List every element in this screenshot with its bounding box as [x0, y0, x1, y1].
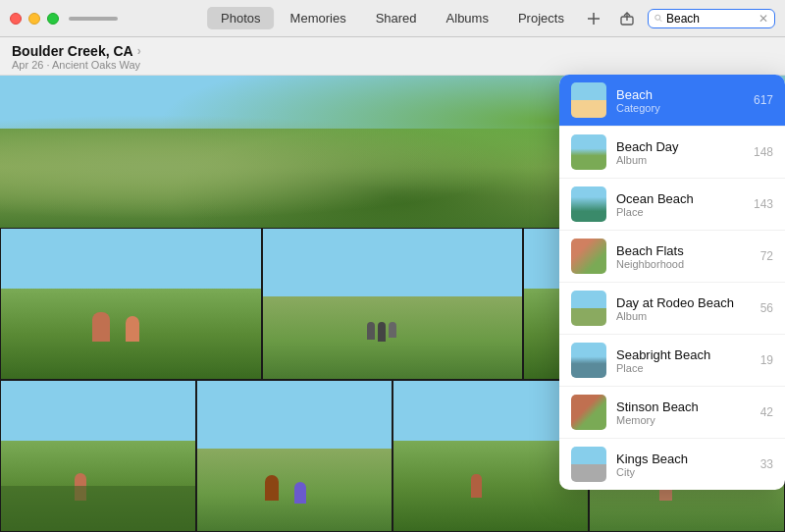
dropdown-item-day-at-rodeo[interactable]: Day at Rodeo Beach Album 56 — [559, 283, 785, 335]
item-type-beach: Category — [616, 102, 739, 114]
item-type-beach-day: Album — [616, 154, 739, 166]
share-button[interactable] — [614, 9, 640, 28]
photo-cell-4[interactable] — [0, 380, 196, 532]
item-thumbnail-day-at-rodeo — [571, 291, 606, 326]
svg-point-4 — [655, 15, 660, 20]
item-type-stinson: Memory — [616, 414, 739, 426]
item-count-stinson: 42 — [749, 405, 773, 419]
item-info-seabright: Seabright Beach Place — [616, 347, 739, 374]
location-header: Boulder Creek, CA › Apr 26 · Ancient Oak… — [0, 37, 785, 76]
item-name-stinson: Stinson Beach — [616, 399, 739, 414]
titlebar-right: ✕ — [581, 9, 775, 28]
item-thumbnail-beach-day — [571, 134, 606, 170]
item-type-seabright: Place — [616, 362, 739, 374]
item-name-beach: Beach — [616, 87, 739, 102]
traffic-lights — [10, 13, 59, 25]
photo-cell-1[interactable] — [0, 228, 262, 380]
tab-projects[interactable]: Projects — [504, 7, 578, 29]
item-info-day-at-rodeo: Day at Rodeo Beach Album — [616, 295, 739, 322]
item-name-ocean-beach: Ocean Beach — [616, 191, 739, 206]
item-name-seabright: Seabright Beach — [616, 347, 739, 362]
dropdown-item-beach-day[interactable]: Beach Day Album 148 — [559, 127, 785, 179]
item-name-kings: Kings Beach — [616, 452, 739, 466]
location-title: Boulder Creek, CA › — [12, 43, 773, 59]
item-info-beach-flats: Beach Flats Neighborhood — [616, 243, 739, 270]
item-info-beach: Beach Category — [616, 87, 739, 114]
tab-photos[interactable]: Photos — [207, 7, 274, 29]
dropdown-item-beach-flats[interactable]: Beach Flats Neighborhood 72 — [559, 231, 785, 283]
item-thumbnail-beach — [571, 82, 606, 118]
item-thumbnail-seabright — [571, 343, 606, 378]
item-info-beach-day: Beach Day Album — [616, 139, 739, 166]
item-info-stinson: Stinson Beach Memory — [616, 399, 739, 426]
item-count-kings: 33 — [749, 457, 773, 471]
dropdown-item-seabright[interactable]: Seabright Beach Place 19 — [559, 335, 785, 387]
photo-cell-5[interactable] — [196, 380, 392, 532]
search-dropdown: Beach Category 617 Beach Day Album 148 O… — [559, 75, 785, 490]
tab-memories[interactable]: Memories — [277, 7, 360, 29]
svg-line-5 — [659, 20, 661, 22]
tab-shared[interactable]: Shared — [362, 7, 431, 29]
item-name-beach-day: Beach Day — [616, 139, 739, 154]
slider-bar — [69, 17, 118, 21]
add-button[interactable] — [581, 9, 606, 28]
item-name-beach-flats: Beach Flats — [616, 243, 739, 258]
dropdown-item-beach[interactable]: Beach Category 617 — [559, 75, 785, 127]
item-count-beach-flats: 72 — [749, 249, 773, 263]
maximize-button[interactable] — [47, 13, 59, 25]
nav-tabs: Photos Memories Shared Albums Projects — [207, 7, 578, 29]
item-count-ocean-beach: 143 — [749, 197, 773, 211]
item-thumbnail-beach-flats — [571, 239, 606, 274]
location-subtitle: Apr 26 · Ancient Oaks Way — [12, 59, 773, 71]
dropdown-item-ocean-beach[interactable]: Ocean Beach Place 143 — [559, 179, 785, 231]
dropdown-item-kings[interactable]: Kings Beach City 33 — [559, 439, 785, 490]
search-input[interactable] — [666, 12, 755, 26]
item-thumbnail-kings — [571, 447, 606, 482]
search-clear-icon[interactable]: ✕ — [759, 13, 768, 25]
item-info-kings: Kings Beach City — [616, 452, 739, 478]
close-button[interactable] — [10, 13, 22, 25]
item-info-ocean-beach: Ocean Beach Place — [616, 191, 739, 218]
tab-albums[interactable]: Albums — [433, 7, 502, 29]
item-type-ocean-beach: Place — [616, 206, 739, 218]
item-name-day-at-rodeo: Day at Rodeo Beach — [616, 295, 739, 310]
item-thumbnail-ocean-beach — [571, 186, 606, 222]
photo-cell-2[interactable] — [262, 228, 524, 380]
chevron-right-icon: › — [137, 44, 141, 58]
minimize-button[interactable] — [28, 13, 40, 25]
item-thumbnail-stinson — [571, 395, 606, 430]
item-type-beach-flats: Neighborhood — [616, 258, 739, 270]
item-count-seabright: 19 — [749, 353, 773, 367]
item-type-kings: City — [616, 466, 739, 478]
item-count-beach: 617 — [749, 93, 773, 107]
dropdown-item-stinson[interactable]: Stinson Beach Memory 42 — [559, 387, 785, 439]
search-icon — [654, 13, 662, 24]
titlebar: Photos Memories Shared Albums Projects — [0, 0, 785, 37]
search-box[interactable]: ✕ — [648, 9, 775, 28]
item-type-day-at-rodeo: Album — [616, 310, 739, 322]
main-content: Boulder Creek, CA › Apr 26 · Ancient Oak… — [0, 37, 785, 532]
item-count-beach-day: 148 — [749, 145, 773, 159]
item-count-day-at-rodeo: 56 — [749, 301, 773, 315]
location-name: Boulder Creek, CA — [12, 43, 133, 59]
